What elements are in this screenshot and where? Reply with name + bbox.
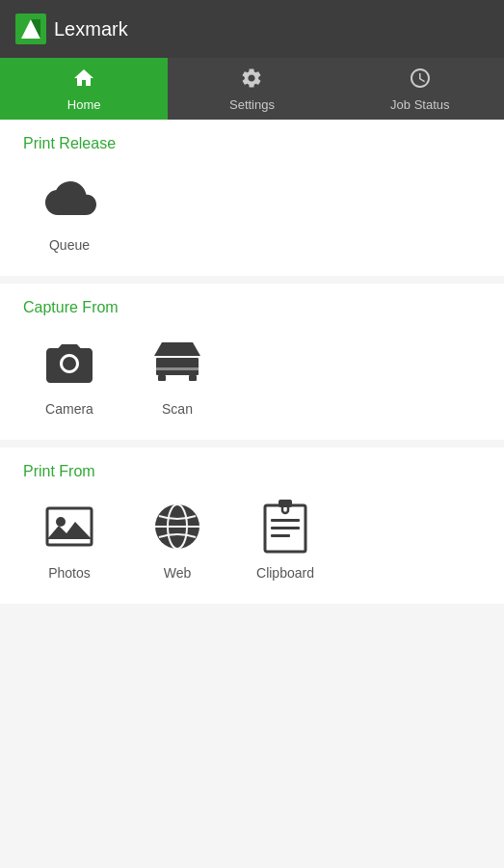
item-camera[interactable]: Camera bbox=[31, 332, 108, 417]
print-from-items: Photos Web bbox=[23, 496, 481, 581]
svg-rect-7 bbox=[189, 375, 197, 381]
capture-from-items: Camera Scan bbox=[23, 332, 481, 417]
section-print-release-title: Print Release bbox=[23, 135, 481, 152]
svg-rect-4 bbox=[156, 358, 199, 375]
item-scan[interactable]: Scan bbox=[139, 332, 216, 417]
section-print-from: Print From Photos bbox=[0, 448, 504, 604]
item-scan-label: Scan bbox=[162, 401, 193, 417]
svg-rect-18 bbox=[271, 534, 290, 537]
item-camera-label: Camera bbox=[45, 401, 93, 417]
print-release-items: Queue bbox=[23, 168, 481, 253]
home-icon bbox=[72, 67, 95, 94]
main-content: Print Release Queue Capture From bbox=[0, 120, 504, 868]
tab-bar: Home Settings Job Status bbox=[0, 58, 504, 120]
photos-icon bbox=[39, 496, 100, 557]
svg-rect-8 bbox=[47, 508, 92, 545]
globe-icon bbox=[146, 496, 208, 557]
section-print-from-title: Print From bbox=[23, 463, 481, 480]
tab-job-status-label: Job Status bbox=[390, 97, 449, 112]
svg-point-3 bbox=[63, 357, 76, 370]
section-print-release: Print Release Queue bbox=[0, 120, 504, 276]
svg-rect-16 bbox=[271, 519, 300, 522]
item-clipboard-label: Clipboard bbox=[256, 565, 314, 581]
tab-job-status[interactable]: Job Status bbox=[336, 58, 504, 120]
item-web-label: Web bbox=[164, 565, 192, 581]
header: Lexmark bbox=[0, 0, 504, 58]
cloud-icon bbox=[39, 168, 100, 230]
tab-settings[interactable]: Settings bbox=[168, 58, 335, 120]
camera-icon bbox=[39, 332, 100, 393]
svg-rect-5 bbox=[156, 367, 199, 370]
tab-settings-label: Settings bbox=[229, 97, 275, 112]
clipboard-icon bbox=[254, 496, 316, 557]
item-photos-label: Photos bbox=[48, 565, 91, 581]
item-web[interactable]: Web bbox=[139, 496, 216, 581]
svg-rect-6 bbox=[158, 375, 166, 381]
gear-icon bbox=[240, 67, 263, 94]
section-capture-from: Capture From Camera bbox=[0, 284, 504, 440]
header-title: Lexmark bbox=[54, 18, 128, 41]
section-capture-from-title: Capture From bbox=[23, 299, 481, 316]
item-photos[interactable]: Photos bbox=[31, 496, 108, 581]
clock-icon bbox=[409, 67, 432, 94]
scan-icon bbox=[146, 332, 208, 393]
item-queue[interactable]: Queue bbox=[31, 168, 108, 253]
logo: Lexmark bbox=[15, 14, 128, 44]
svg-rect-17 bbox=[271, 527, 300, 529]
tab-home[interactable]: Home bbox=[0, 58, 168, 120]
svg-point-9 bbox=[56, 517, 66, 527]
tab-home-label: Home bbox=[67, 97, 101, 112]
item-clipboard[interactable]: Clipboard bbox=[247, 496, 324, 581]
item-queue-label: Queue bbox=[49, 237, 90, 253]
lexmark-logo-icon bbox=[15, 14, 46, 44]
